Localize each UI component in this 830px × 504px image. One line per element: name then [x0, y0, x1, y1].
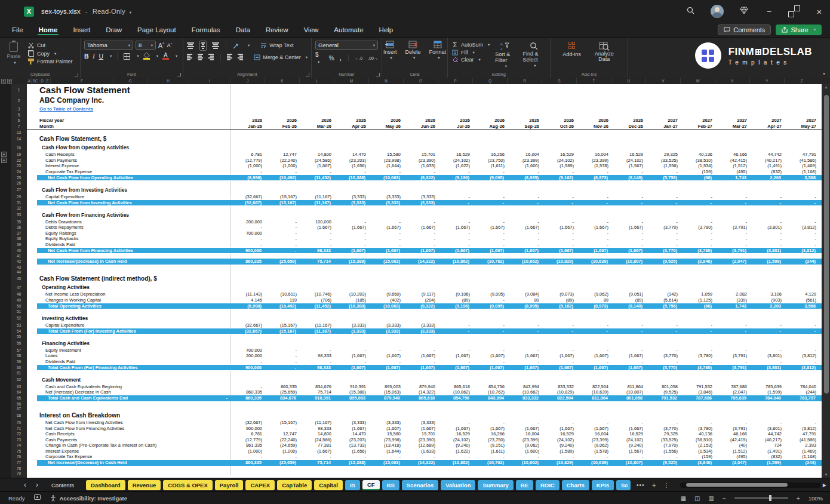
cell[interactable]: - — [404, 242, 438, 248]
cell[interactable]: 4,129 — [785, 291, 819, 297]
row-header-66[interactable]: 66 — [11, 401, 27, 406]
cell[interactable]: (3,801) — [749, 364, 784, 371]
row-header-26[interactable]: 26 — [11, 181, 27, 186]
number-format-select[interactable]: General▾ — [315, 41, 378, 50]
cell[interactable]: - — [542, 242, 577, 248]
cell[interactable]: - — [369, 169, 404, 175]
cell[interactable]: (66) — [680, 303, 715, 309]
row-label[interactable]: Cash Flow from Financing Activities — [27, 212, 129, 218]
underline-button[interactable]: U — [99, 53, 104, 60]
cell[interactable]: 833,332 — [542, 384, 577, 390]
sheet-tab-charts[interactable]: Charts — [562, 480, 589, 490]
cell[interactable]: (1,667) — [334, 426, 369, 432]
cell[interactable]: (3,812) — [785, 426, 819, 432]
cell[interactable]: (3,801) — [749, 247, 784, 254]
cell[interactable]: (23,399) — [508, 158, 542, 164]
macro-record-icon[interactable] — [34, 494, 41, 502]
cell[interactable]: (3,780) — [680, 364, 715, 371]
cell[interactable]: (22,240) — [265, 437, 300, 443]
cell[interactable]: (1,600) — [508, 448, 542, 454]
cell[interactable]: - — [404, 348, 438, 354]
cell[interactable]: 811,864 — [611, 384, 646, 390]
cell[interactable]: 44,742 — [750, 152, 785, 158]
cell[interactable]: - — [681, 242, 715, 248]
cell[interactable]: (24,102) — [542, 158, 577, 164]
cell[interactable]: (3,791) — [715, 225, 750, 231]
cell[interactable]: (3,791) — [715, 247, 749, 254]
align-middle-icon[interactable] — [199, 41, 207, 51]
cell[interactable]: Jul-26 — [438, 123, 473, 129]
cell[interactable]: - — [300, 359, 334, 365]
cell[interactable]: (42,415) — [715, 437, 750, 443]
cell[interactable]: - — [577, 359, 611, 365]
column-header-L[interactable]: L — [299, 78, 334, 84]
row-label[interactable]: Debts Repayments — [27, 225, 84, 230]
close-button[interactable]: × — [814, 7, 824, 17]
cell[interactable]: 910,391 — [299, 395, 334, 402]
cell[interactable]: 2026 — [542, 117, 577, 123]
cell[interactable]: (1,667) — [403, 247, 438, 254]
cell[interactable]: (9,151) — [473, 442, 508, 448]
cell[interactable]: 12,747 — [265, 152, 300, 158]
cell[interactable]: - — [611, 199, 645, 206]
cell[interactable]: - — [438, 231, 473, 236]
row-header-74[interactable]: 74 — [11, 442, 27, 448]
row-header-77[interactable]: 77 — [11, 460, 27, 466]
cell[interactable]: - — [334, 169, 369, 175]
cell[interactable]: - — [473, 231, 508, 236]
column-header-W[interactable]: W — [680, 78, 715, 84]
row-header-5[interactable]: 5 — [11, 112, 27, 117]
cell[interactable]: (5,756) — [645, 303, 680, 309]
cell[interactable]: - — [265, 219, 300, 225]
cell[interactable]: - — [404, 231, 438, 236]
sheet-tab-dashboard[interactable]: Dashboard — [86, 480, 125, 490]
cell[interactable]: (8,995) — [507, 174, 542, 181]
cell[interactable]: - — [473, 454, 508, 460]
sheet-tab-summary[interactable]: Summary — [478, 480, 513, 490]
cell[interactable]: - — [404, 454, 438, 460]
column-header-N[interactable]: N — [368, 78, 403, 84]
cell[interactable]: 47,791 — [785, 152, 819, 158]
row-label[interactable]: Cash Flow Statement (indirect method), $ — [27, 275, 157, 282]
column-header-V[interactable]: V — [645, 78, 680, 84]
cell[interactable]: (8,973) — [576, 303, 611, 309]
cell[interactable]: Nov-26 — [577, 123, 611, 129]
cell[interactable]: - — [438, 242, 473, 248]
find-select-button[interactable]: Find & Select▾ — [521, 42, 546, 70]
format-cells-button[interactable]: Format▾ — [427, 41, 449, 70]
cell[interactable]: (495) — [715, 169, 750, 175]
row-header-32[interactable]: 32 — [11, 206, 27, 211]
cell[interactable]: (3,770) — [646, 225, 681, 231]
cell[interactable]: (3,780) — [681, 353, 715, 359]
cell[interactable]: 1,743 — [715, 303, 749, 309]
menu-data[interactable]: Data — [235, 24, 251, 35]
zoom-slider[interactable] — [734, 497, 788, 499]
cell[interactable]: (3,791) — [715, 353, 750, 359]
vertical-scrollbar[interactable]: ▲ ▼ — [822, 84, 830, 478]
cell[interactable]: (9,660) — [369, 291, 404, 297]
cell[interactable]: 791,532 — [681, 384, 715, 390]
cell[interactable]: - — [715, 420, 750, 426]
collapse-ribbon-button[interactable]: ▾ — [823, 71, 825, 76]
cell[interactable]: - — [438, 420, 473, 426]
cell[interactable]: - — [230, 454, 265, 460]
cell[interactable]: 2026 — [438, 117, 473, 123]
cell[interactable]: - — [715, 231, 750, 236]
cell[interactable]: - — [542, 328, 576, 334]
clipboard-dialog-launcher[interactable] — [75, 73, 78, 76]
cell[interactable]: (5,614) — [646, 297, 681, 303]
cell[interactable]: - — [750, 359, 785, 365]
horizontal-scrollbar[interactable] — [680, 483, 820, 488]
cell[interactable]: (9,140) — [611, 303, 645, 309]
cell[interactable]: (15,063) — [369, 389, 404, 395]
cell[interactable]: 200,000 — [230, 219, 265, 225]
row-header-33[interactable]: 33 — [11, 211, 27, 219]
cell[interactable]: - — [404, 219, 438, 225]
cell[interactable]: 2,393 — [785, 442, 819, 448]
fill-color-button[interactable] — [143, 53, 150, 60]
cell[interactable]: - — [645, 199, 680, 206]
row-header-58[interactable]: 58 — [11, 353, 27, 359]
cell[interactable]: 843,994 — [472, 395, 507, 402]
row-header-47[interactable]: 47 — [11, 283, 27, 291]
cell[interactable]: 860,335 — [230, 259, 265, 265]
